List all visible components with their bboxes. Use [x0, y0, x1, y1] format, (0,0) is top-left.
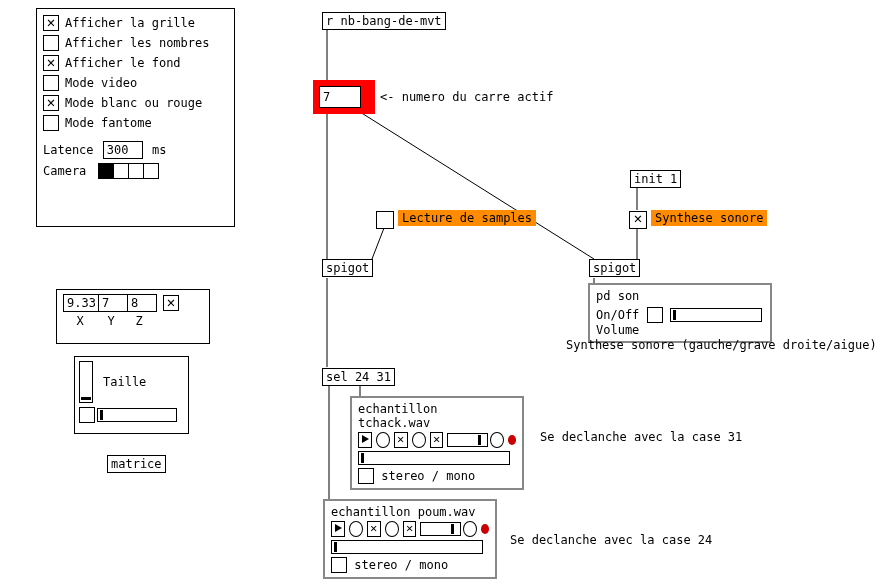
sample-a-comment: Se declanche avec la case 31	[540, 430, 742, 444]
camera-label: Camera	[43, 164, 86, 178]
sample-a-volume[interactable]	[447, 433, 487, 447]
sample-tchack-file: echantillon tchack.wav	[358, 402, 516, 430]
sample-a-mono-label: stereo / mono	[381, 469, 475, 483]
bang-button-3[interactable]	[463, 521, 477, 537]
option-toggle[interactable]: ✕	[43, 15, 59, 31]
options-panel: ✕Afficher la grilleAfficher les nombres✕…	[36, 8, 235, 227]
svg-line-4	[372, 228, 384, 259]
latency-value[interactable]: 300	[103, 141, 143, 159]
camera-radio[interactable]	[98, 163, 159, 179]
spigot-left[interactable]: spigot	[322, 259, 373, 277]
pd-son-volume-label: Volume	[596, 323, 639, 337]
pd-son-subpatch[interactable]: pd son On/Off Volume	[588, 283, 772, 343]
sample-b-mono-label: stereo / mono	[354, 558, 448, 572]
sel-object[interactable]: sel 24 31	[322, 368, 395, 386]
record-icon[interactable]	[508, 435, 516, 445]
option-row: ✕Mode blanc ou rouge	[43, 95, 228, 111]
option-row: ✕Afficher le fond	[43, 55, 228, 71]
option-toggle[interactable]	[43, 75, 59, 91]
taille-label: Taille	[103, 375, 146, 389]
xyz-toggle[interactable]: ✕	[163, 295, 179, 311]
lecture-toggle[interactable]	[376, 211, 394, 229]
taille-vslider[interactable]	[79, 361, 93, 403]
sample-a-position[interactable]	[358, 451, 510, 465]
matrice-object[interactable]: matrice	[107, 455, 166, 473]
pd-son-onoff-label: On/Off	[596, 308, 639, 322]
option-label: Afficher le fond	[65, 56, 181, 70]
option-toggle[interactable]	[43, 35, 59, 51]
option-label: Mode fantome	[65, 116, 152, 130]
toggle-b1[interactable]: ✕	[367, 521, 381, 537]
active-square-number[interactable]: 7	[319, 86, 361, 108]
lecture-label: Lecture de samples	[398, 211, 536, 225]
option-label: Mode video	[65, 76, 137, 90]
sample-poum-file: echantillon poum.wav	[331, 505, 489, 519]
xyz-z[interactable]: 8	[128, 294, 157, 312]
bang-button-2[interactable]	[385, 521, 399, 537]
bang-button-2[interactable]	[412, 432, 426, 448]
bang-button[interactable]	[376, 432, 390, 448]
sample-tchack-panel: echantillon tchack.wav ✕ ✕ stereo / mono	[350, 396, 524, 490]
option-row: Mode fantome	[43, 115, 228, 131]
xyz-xlabel: X	[63, 314, 97, 328]
option-label: Afficher les nombres	[65, 36, 210, 50]
xyz-y[interactable]: 7	[99, 294, 128, 312]
option-toggle[interactable]: ✕	[43, 55, 59, 71]
bang-button[interactable]	[349, 521, 363, 537]
play-icon[interactable]	[331, 521, 345, 537]
play-icon[interactable]	[358, 432, 372, 448]
taille-panel: Taille	[74, 356, 189, 434]
option-label: Afficher la grille	[65, 16, 195, 30]
receive-nb-bang[interactable]: r nb-bang-de-mvt	[322, 12, 446, 30]
option-toggle[interactable]: ✕	[43, 95, 59, 111]
xyz-panel: 9.33 7 8 ✕ X Y Z	[56, 289, 210, 344]
active-square-label: <- numero du carre actif	[380, 90, 553, 104]
xyz-ylabel: Y	[97, 314, 125, 328]
synth-label: Synthese sonore	[651, 211, 767, 225]
init-message[interactable]: init 1	[630, 170, 681, 188]
sample-a-mono-toggle[interactable]	[358, 468, 374, 484]
sample-poum-panel: echantillon poum.wav ✕ ✕ stereo / mono	[323, 499, 497, 579]
option-row: Afficher les nombres	[43, 35, 228, 51]
synth-help: Synthese sonore (gauche/grave droite/aig…	[566, 338, 877, 352]
sample-b-position[interactable]	[331, 540, 483, 554]
svg-line-2	[360, 112, 594, 259]
taille-toggle[interactable]	[79, 407, 95, 423]
taille-hslider[interactable]	[97, 408, 177, 422]
record-icon[interactable]	[481, 524, 489, 534]
option-toggle[interactable]	[43, 115, 59, 131]
toggle-b2[interactable]: ✕	[403, 521, 417, 537]
toggle-a2[interactable]: ✕	[430, 432, 444, 448]
spigot-right[interactable]: spigot	[589, 259, 640, 277]
pd-son-volume-slider[interactable]	[670, 308, 762, 322]
latency-label: Latence	[43, 143, 94, 157]
sample-b-mono-toggle[interactable]	[331, 557, 347, 573]
latency-unit: ms	[152, 143, 166, 157]
synth-toggle[interactable]: ✕	[629, 211, 647, 229]
option-label: Mode blanc ou rouge	[65, 96, 202, 110]
pd-son-onoff-toggle[interactable]	[647, 307, 663, 323]
pd-son-title: pd son	[596, 289, 764, 303]
bang-button-3[interactable]	[490, 432, 504, 448]
option-row: ✕Afficher la grille	[43, 15, 228, 31]
active-square-wrap: 7	[313, 80, 375, 114]
sample-b-volume[interactable]	[420, 522, 460, 536]
option-row: Mode video	[43, 75, 228, 91]
xyz-x[interactable]: 9.33	[63, 294, 99, 312]
toggle-a1[interactable]: ✕	[394, 432, 408, 448]
sample-b-comment: Se declanche avec la case 24	[510, 533, 712, 547]
xyz-zlabel: Z	[125, 314, 153, 328]
